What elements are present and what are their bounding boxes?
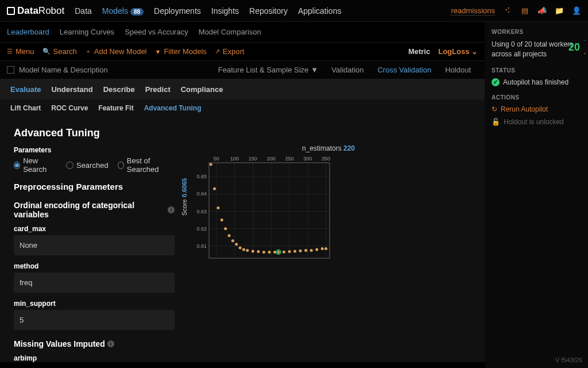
svg-point-32 [235, 243, 238, 246]
tab-predict[interactable]: Predict [145, 85, 171, 94]
check-icon: ✓ [492, 78, 500, 86]
menu-button[interactable]: ☰Menu [7, 47, 34, 56]
select-all-checkbox[interactable] [7, 66, 14, 74]
page-title: Advanced Tuning [14, 127, 175, 139]
svg-point-30 [228, 234, 231, 237]
svg-text:250: 250 [285, 156, 293, 162]
preprocessing-title: Preprocessing Parameters [14, 182, 175, 191]
sub-tabs: Lift Chart ROC Curve Feature Fit Advance… [0, 99, 485, 117]
input-method[interactable] [14, 273, 175, 293]
svg-point-26 [213, 187, 216, 190]
svg-point-35 [246, 249, 249, 252]
search-icon: 🔍 [42, 48, 51, 55]
svg-point-28 [220, 218, 223, 221]
y-axis-label: Score 0.6065 [181, 178, 188, 216]
svg-point-44 [293, 250, 296, 252]
svg-point-29 [224, 227, 227, 230]
subnav-leaderboard[interactable]: Leaderboard [7, 28, 49, 36]
nav-repository[interactable]: Repository [249, 6, 288, 16]
svg-point-36 [252, 250, 254, 252]
rerun-autopilot-button[interactable]: ↻Rerun Autopilot [492, 105, 581, 113]
chevron-down-icon[interactable]: ⌄ [583, 50, 587, 55]
label-arbimp: arbimp [14, 354, 175, 362]
chevron-down-icon: ⌄ [471, 47, 478, 56]
nav-deployments[interactable]: Deployments [154, 6, 201, 16]
tab-understand[interactable]: Understand [51, 85, 92, 94]
workers-text: Using 0 of 20 total workers across all p… [492, 40, 581, 59]
export-icon: ↗ [215, 48, 220, 55]
svg-point-31 [231, 239, 234, 242]
radio-best-searched[interactable]: Best of Searched [118, 156, 175, 174]
user-icon[interactable]: 👤 [572, 6, 581, 16]
col-holdout[interactable]: Holdout [438, 66, 478, 74]
nav-tabs: Data Models88 Deployments Insights Repos… [75, 6, 341, 16]
input-min-support[interactable] [14, 310, 175, 330]
tab-evaluate[interactable]: Evaluate [10, 85, 41, 94]
svg-point-45 [299, 250, 302, 252]
subtab-roc-curve[interactable]: ROC Curve [51, 104, 88, 112]
svg-text:0.65: 0.65 [196, 174, 207, 179]
nav-models[interactable]: Models88 [102, 6, 144, 16]
info-icon[interactable]: i [107, 340, 114, 347]
share-icon[interactable]: ⠪ [503, 6, 512, 16]
filter-button[interactable]: ▼Filter Models [155, 47, 207, 56]
col-name[interactable]: Model Name & Description [19, 66, 108, 74]
status-head: Status [492, 67, 581, 74]
input-card-max[interactable] [14, 235, 175, 255]
refresh-icon: ↻ [492, 105, 497, 113]
search-button[interactable]: 🔍Search [42, 47, 77, 56]
subtab-feature-fit[interactable]: Feature Fit [98, 104, 133, 112]
version-label: V f543f26 [555, 356, 582, 363]
svg-point-34 [242, 248, 245, 251]
svg-text:0.61: 0.61 [196, 243, 207, 249]
label-min-support: min_support [14, 300, 175, 308]
project-link[interactable]: readmissions [451, 6, 495, 16]
subnav: Leaderboard Learning Curves Speed vs Acc… [0, 22, 485, 43]
nav-applications[interactable]: Applications [298, 6, 342, 16]
book-icon[interactable]: ▤ [520, 6, 529, 16]
metric-label: Metric [408, 47, 430, 56]
svg-point-42 [283, 251, 285, 254]
col-cross-validation[interactable]: Cross Validation [370, 66, 438, 74]
col-validation[interactable]: Validation [324, 66, 370, 74]
svg-point-47 [310, 249, 313, 252]
status-row: ✓Autopilot has finished [492, 78, 581, 86]
lock-open-icon: 🔓 [492, 118, 500, 126]
radio-searched[interactable]: Searched [66, 156, 109, 174]
filter-icon: ▼ [311, 66, 318, 72]
nav-insights[interactable]: Insights [211, 6, 239, 16]
right-sidebar: Workers Using 0 of 20 total workers acro… [485, 22, 588, 368]
svg-point-33 [239, 246, 242, 249]
topbar: DataRobot Data Models88 Deployments Insi… [0, 0, 588, 22]
folder-icon[interactable]: 📁 [555, 6, 564, 16]
info-icon[interactable]: i [168, 206, 175, 213]
subnav-learning-curves[interactable]: Learning Curves [60, 28, 114, 36]
add-model-button[interactable]: ＋Add New Model [85, 47, 147, 56]
chevron-up-icon[interactable]: ⌃ [583, 39, 587, 44]
workers-stepper[interactable]: ⌃⌄ [583, 39, 587, 55]
subnav-speed-accuracy[interactable]: Speed vs Accuracy [125, 28, 188, 36]
models-badge: 88 [130, 8, 144, 16]
col-feature-list[interactable]: Feature List & Sample Size▼ [211, 66, 325, 74]
megaphone-icon[interactable]: 📣 [537, 6, 547, 16]
tab-describe[interactable]: Describe [103, 85, 135, 94]
export-button[interactable]: ↗Export [215, 47, 245, 56]
content: Advanced Tuning Parameters New Search Se… [0, 117, 485, 362]
nav-data[interactable]: Data [75, 6, 92, 16]
metric-dropdown[interactable]: LogLoss ⌄ [438, 47, 478, 56]
svg-text:0.63: 0.63 [196, 209, 207, 214]
logo[interactable]: DataRobot [7, 5, 64, 17]
holdout-status: 🔓Holdout is unlocked [492, 118, 581, 126]
subtab-advanced-tuning[interactable]: Advanced Tuning [144, 104, 202, 112]
subnav-model-comparison[interactable]: Model Comparison [199, 28, 261, 36]
subtab-lift-chart[interactable]: Lift Chart [10, 104, 41, 112]
svg-point-37 [257, 250, 260, 253]
parameters-label: Parameters [14, 146, 175, 154]
svg-point-50 [324, 247, 327, 250]
tuning-chart[interactable]: Score 0.6065 501001502002503003500.610.6… [186, 155, 335, 270]
logo-icon [7, 7, 15, 15]
tab-compliance[interactable]: Compliance [181, 85, 223, 94]
radio-new-search[interactable]: New Search [14, 156, 57, 174]
svg-point-25 [210, 163, 212, 166]
svg-text:100: 100 [230, 156, 239, 162]
